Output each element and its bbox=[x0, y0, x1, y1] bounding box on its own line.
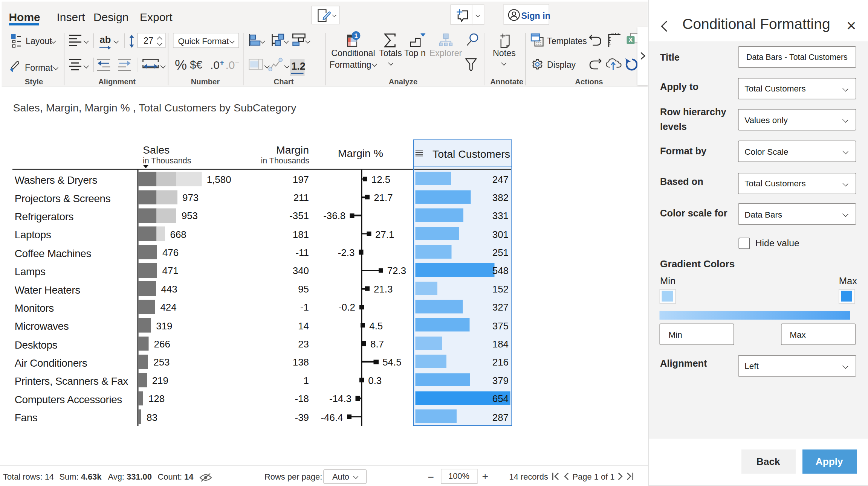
svg-text:1: 1 bbox=[354, 32, 358, 39]
svg-text:X: X bbox=[628, 37, 633, 43]
